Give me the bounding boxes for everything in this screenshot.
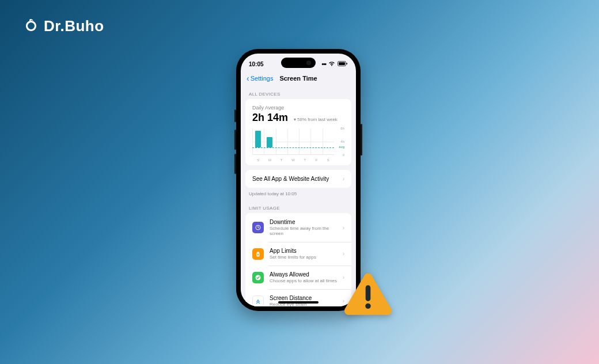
volume-down-button	[234, 154, 236, 174]
applimits-icon	[252, 248, 264, 260]
row-subtitle: Schedule time away from the screen	[270, 226, 343, 236]
usage-bar	[267, 137, 272, 147]
ytick-bottom: 0	[343, 153, 344, 157]
xtick: W	[287, 158, 299, 162]
xtick: M	[264, 158, 275, 162]
page-title: Screen Time	[279, 75, 317, 82]
phone-mockup: 10:05 ••• ‹ Settings Screen Time ALL DEV…	[236, 49, 361, 311]
daily-average-delta: ▾ 58% from last week	[294, 117, 338, 122]
xtick: T	[276, 158, 287, 162]
always-icon	[252, 272, 264, 283]
row-subtitle: Choose apps to allow at all times	[270, 278, 343, 283]
home-indicator[interactable]	[278, 301, 319, 304]
chevron-right-icon: ›	[343, 251, 344, 257]
chevron-right-icon: ›	[343, 225, 344, 231]
battery-icon	[338, 61, 348, 67]
chevron-left-icon: ‹	[247, 74, 249, 82]
dynamic-island	[281, 58, 316, 68]
row-title: Screen Distance	[270, 295, 343, 301]
svg-rect-1	[339, 62, 345, 65]
svg-rect-2	[347, 63, 348, 65]
xtick: T	[299, 158, 310, 162]
usage-bar	[255, 131, 261, 147]
daily-average-value: 2h 14m	[252, 112, 288, 124]
ytick-mid: 4h	[340, 140, 344, 143]
cellular-icon: •••	[321, 61, 326, 67]
limit-row-always[interactable]: Always AllowedChoose apps to allow at al…	[245, 266, 351, 289]
see-all-label: See All App & Website Activity	[252, 176, 343, 182]
navigation-bar: ‹ Settings Screen Time	[241, 71, 356, 86]
brand-text: Dr.Buho	[44, 17, 104, 35]
limit-row-distance[interactable]: Screen DistanceReduce eye strain›	[245, 289, 351, 306]
warning-icon	[343, 271, 393, 315]
xtick: S	[252, 158, 264, 162]
limit-row-downtime[interactable]: DowntimeSchedule time away from the scre…	[245, 213, 351, 242]
chevron-right-icon: ›	[343, 176, 344, 182]
row-title: App Limits	[270, 248, 343, 254]
section-header-all-devices: ALL DEVICES	[241, 86, 356, 99]
section-header-limit-usage: LIMIT USAGE	[241, 200, 356, 213]
xtick: S	[323, 158, 334, 162]
volume-up-button	[234, 130, 236, 150]
svg-point-7	[365, 304, 370, 309]
daily-average-card[interactable]: Daily Average 2h 14m ▾ 58% from last wee…	[245, 99, 351, 165]
usage-chart: 8h 4h 0 avg SMTWTFS	[252, 128, 344, 162]
xtick: F	[310, 158, 322, 162]
svg-rect-6	[366, 285, 371, 301]
arrow-down-icon: ▾	[294, 117, 296, 122]
wifi-icon	[328, 61, 335, 67]
svg-rect-4	[257, 253, 259, 255]
owl-icon	[23, 18, 39, 35]
limit-row-applimits[interactable]: App LimitsSet time limits for apps›	[245, 242, 351, 266]
distance-icon	[252, 295, 264, 307]
mute-switch	[234, 109, 236, 122]
row-title: Downtime	[270, 219, 343, 225]
downtime-icon	[252, 222, 264, 233]
row-subtitle: Set time limits for apps	[270, 255, 343, 260]
power-button	[361, 124, 362, 156]
back-label: Settings	[251, 75, 274, 82]
brand-logo: Dr.Buho	[23, 17, 104, 35]
avg-label: avg	[339, 145, 344, 149]
row-title: Always Allowed	[270, 271, 343, 278]
ytick-top: 8h	[340, 127, 344, 130]
back-button[interactable]: ‹ Settings	[247, 74, 273, 82]
status-time: 10:05	[249, 61, 264, 67]
updated-footnote: Updated today at 10:05	[241, 188, 356, 200]
see-all-activity-row[interactable]: See All App & Website Activity ›	[245, 170, 351, 188]
delta-text: 58% from last week	[297, 117, 338, 122]
daily-average-label: Daily Average	[252, 105, 344, 111]
